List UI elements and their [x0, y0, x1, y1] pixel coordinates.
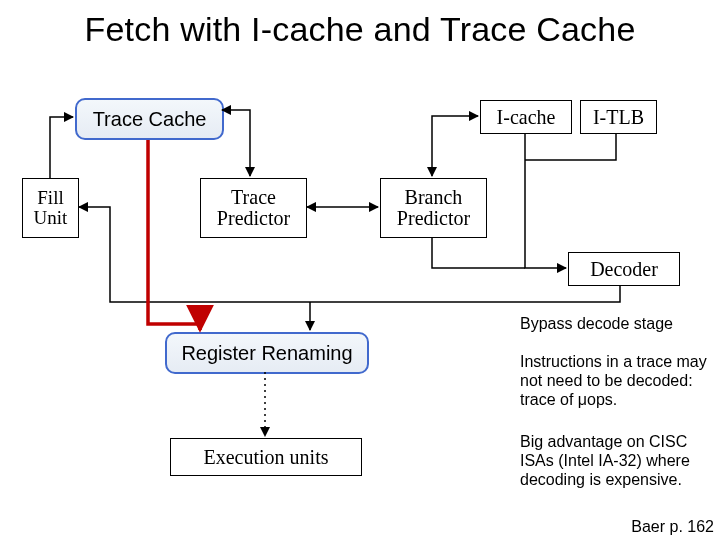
cisc-note: Big advantage on CISC ISAs (Intel IA-32)… — [520, 432, 720, 490]
decoder-box: Decoder — [568, 252, 680, 286]
branch-predictor-label: Branch Predictor — [397, 187, 470, 229]
register-renaming-box: Register Renaming — [165, 332, 369, 374]
execution-units-box: Execution units — [170, 438, 362, 476]
trace-cache-label: Trace Cache — [93, 109, 207, 130]
bypass-note: Bypass decode stage — [520, 314, 715, 333]
trace-predictor-label: Trace Predictor — [217, 187, 290, 229]
page-title: Fetch with I-cache and Trace Cache — [0, 10, 720, 49]
icache-label: I-cache — [497, 107, 556, 128]
bypass-note-text: Bypass decode stage — [520, 315, 673, 332]
decoder-label: Decoder — [590, 259, 658, 280]
trace-predictor-box: Trace Predictor — [200, 178, 307, 238]
itlb-box: I-TLB — [580, 100, 657, 134]
icache-box: I-cache — [480, 100, 572, 134]
fill-unit-label: Fill Unit — [34, 188, 68, 228]
fill-unit-box: Fill Unit — [22, 178, 79, 238]
itlb-label: I-TLB — [593, 107, 644, 128]
register-renaming-label: Register Renaming — [181, 343, 352, 364]
execution-units-label: Execution units — [204, 447, 329, 468]
citation: Baer p. 162 — [631, 518, 714, 536]
trace-note: Instructions in a trace may not need to … — [520, 352, 720, 410]
branch-predictor-box: Branch Predictor — [380, 178, 487, 238]
cisc-note-text: Big advantage on CISC ISAs (Intel IA-32)… — [520, 433, 690, 488]
trace-note-text: Instructions in a trace may not need to … — [520, 353, 707, 408]
trace-cache-box: Trace Cache — [75, 98, 224, 140]
